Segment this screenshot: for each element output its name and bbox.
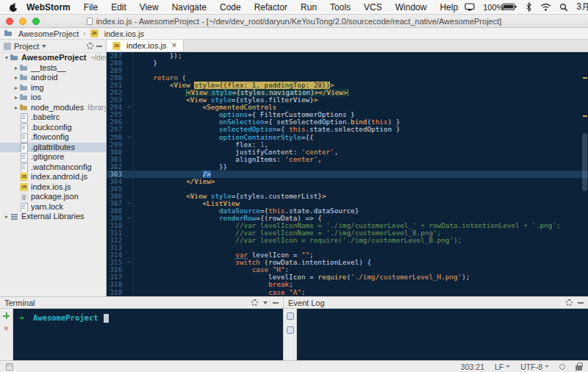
bluetooth-icon[interactable] [526, 2, 532, 12]
tree-item[interactable]: .gitignore [0, 152, 106, 162]
tree-item[interactable]: .watchmanconfig [0, 162, 106, 173]
code-editor[interactable]: 287 });288 }289290 return (291 <View sty… [107, 52, 588, 296]
code-line[interactable]: 306 <View style={styles.customerList}> [107, 193, 588, 200]
scrollbar-thumb[interactable] [582, 133, 587, 191]
code-line[interactable]: 300 justifyContent: 'center', [107, 149, 588, 156]
tree-item[interactable]: index.ios.js [0, 182, 106, 193]
menu-refactor[interactable]: Refactor [248, 0, 294, 15]
menu-code[interactable]: Code [213, 0, 248, 15]
close-tab-icon[interactable]: ✕ [171, 42, 177, 49]
caret-position[interactable]: 303:21 [461, 362, 484, 371]
code-line[interactable]: 319 case "A": [107, 289, 588, 296]
menu-edit[interactable]: Edit [104, 0, 133, 15]
expand-arrow-icon[interactable]: ▸ [12, 73, 20, 83]
code-line[interactable]: 295 options={ FilterCustomerOptions } [107, 111, 588, 118]
menu-webstorm[interactable]: WebStorm [20, 0, 77, 15]
code-line[interactable]: 289 [107, 67, 588, 74]
close-session-icon[interactable]: ✕ [4, 326, 10, 332]
code-line[interactable]: 304 </View> [107, 178, 588, 185]
code-line[interactable]: 297 selectedOption={ this.state.selected… [107, 126, 588, 133]
code-line[interactable]: 293 <View style={styles.filterView}> [107, 96, 588, 104]
code-line[interactable]: 287 }); [107, 52, 588, 60]
code-line[interactable]: 290 return ( [107, 74, 588, 82]
breadcrumb-item[interactable]: AwesomeProject [4, 29, 79, 38]
expand-arrow-icon[interactable]: ▸ [12, 83, 20, 93]
expand-arrow-icon[interactable]: ▸ [12, 63, 20, 74]
fold-marker[interactable]: − [126, 259, 134, 266]
code-line[interactable]: 311 //var levelIconName = './img/custome… [107, 229, 588, 237]
settings-icon[interactable] [87, 43, 93, 49]
fold-marker[interactable]: − [126, 215, 134, 222]
fold-marker[interactable]: − [126, 134, 134, 141]
tree-item[interactable]: .flowconfig [0, 132, 106, 143]
zoom-window-button[interactable] [32, 18, 40, 25]
breadcrumb-item[interactable]: index.ios.js [90, 29, 144, 38]
tree-item[interactable]: index.android.js [0, 172, 106, 182]
tree-item[interactable]: .gitattributes [0, 143, 106, 153]
tree-item[interactable]: yarn.lock [0, 202, 106, 212]
code-line[interactable]: 298− optionContainerStyle={{ [107, 134, 588, 141]
expand-arrow-icon[interactable]: ▸ [12, 103, 20, 113]
menu-file[interactable]: File [77, 0, 104, 15]
code-line[interactable]: 310 //var levelIconName = './img/custome… [107, 222, 588, 229]
code-line[interactable]: 314 var levelIcon = ""; [107, 251, 588, 259]
code-line[interactable]: 305 [107, 185, 588, 193]
project-panel-title[interactable]: Project [14, 42, 39, 51]
tree-item[interactable]: ▸android [0, 73, 106, 83]
tree-item[interactable]: package.json [0, 192, 106, 202]
chevron-down-icon[interactable] [263, 301, 268, 304]
fold-marker[interactable]: − [126, 104, 134, 111]
hide-panel-icon[interactable] [96, 46, 102, 47]
tree-item[interactable]: .babelrc [0, 112, 106, 123]
menu-view[interactable]: View [133, 0, 165, 15]
menu-help[interactable]: Help [433, 0, 465, 15]
tree-item[interactable]: ▾AwesomeProject~/dev/dev_r [0, 53, 106, 63]
editor-scrollbar[interactable] [582, 54, 587, 295]
close-window-button[interactable] [6, 18, 13, 25]
code-line[interactable]: 299 flex: 1, [107, 141, 588, 149]
code-line[interactable]: 307− <ListView [107, 200, 588, 207]
menu-clock[interactable]: 3月19日 周二 11:41 [576, 1, 588, 13]
code-line[interactable]: 317 levelIcon = require('./img/customerL… [107, 273, 588, 281]
event-log-content[interactable] [297, 309, 588, 360]
hide-panel-icon[interactable] [273, 302, 279, 304]
code-line[interactable]: 303 /> [107, 171, 588, 178]
code-line[interactable]: 313 [107, 244, 588, 251]
fold-marker[interactable]: − [126, 200, 134, 207]
menu-tools[interactable]: Tools [323, 0, 357, 15]
battery-status[interactable]: 100% [483, 3, 517, 12]
code-line[interactable]: 291 <View style={{flex: 1, paddingTop: 2… [107, 82, 588, 89]
tree-item[interactable]: ▸__tests__ [0, 63, 106, 74]
display-icon[interactable] [465, 3, 475, 11]
code-line[interactable]: 312 //var levelIcon = require('./img/cus… [107, 237, 588, 244]
settings-icon[interactable] [566, 299, 573, 306]
code-line[interactable]: 308 dataSource={this.state.dataSource} [107, 207, 588, 215]
tab-index-ios-js[interactable]: index.ios.js ✕ [107, 40, 184, 51]
tree-item[interactable]: .buckconfig [0, 123, 106, 133]
hide-panel-icon[interactable] [578, 302, 584, 304]
code-line[interactable]: 318 break; [107, 281, 588, 288]
code-line[interactable]: 288 } [107, 60, 588, 67]
code-line[interactable]: 316 case "H": [107, 266, 588, 273]
wifi-icon[interactable] [540, 3, 551, 11]
tree-item[interactable]: ▸img [0, 83, 106, 93]
terminal-title[interactable]: Terminal [4, 298, 35, 307]
minimize-window-button[interactable] [19, 18, 26, 25]
menu-navigate[interactable]: Navigate [165, 0, 213, 15]
line-ending-selector[interactable]: LF [495, 362, 510, 371]
chevron-down-icon[interactable] [42, 45, 46, 48]
warning-stripe-mark[interactable] [583, 77, 587, 79]
event-log-clear-icon[interactable] [287, 326, 294, 334]
tree-item[interactable]: ▸ios [0, 93, 106, 103]
menu-window[interactable]: Window [389, 0, 434, 15]
expand-arrow-icon[interactable]: ▸ [3, 212, 10, 222]
menu-vcs[interactable]: VCS [357, 0, 389, 15]
tree-item[interactable]: ▸node_moduleslibrary root [0, 103, 106, 113]
encoding-selector[interactable]: UTF-8 [520, 362, 549, 371]
event-log-title[interactable]: Event Log [288, 298, 325, 307]
expand-arrow-icon[interactable]: ▾ [3, 53, 10, 63]
warning-stripe-mark[interactable] [583, 115, 587, 117]
settings-icon[interactable] [251, 299, 258, 306]
tree-item[interactable]: ▸External Libraries [0, 212, 106, 222]
indicator-icon[interactable] [559, 364, 565, 370]
